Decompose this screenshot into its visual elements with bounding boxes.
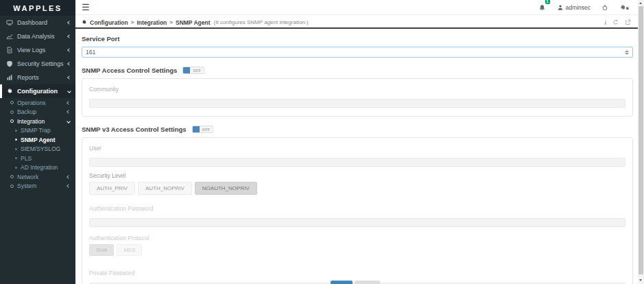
circle-icon	[10, 119, 14, 123]
chevron-left-icon	[67, 62, 71, 66]
external-link-icon[interactable]	[625, 19, 631, 25]
user-icon	[557, 4, 564, 11]
sidebar-item-label: Operations	[17, 99, 46, 106]
service-port-label: Service Port	[82, 35, 633, 43]
user-label: User	[89, 145, 625, 152]
shield-icon	[6, 60, 13, 67]
sidebar-item-ad-integration[interactable]: AD Integration	[0, 163, 75, 173]
settings-button[interactable]	[619, 3, 630, 11]
snmp-access-heading: SNMP Access Control Settings	[82, 67, 177, 74]
main-area: ☰ 1 adminsec Configuration > Integration…	[75, 0, 638, 284]
sidebar-item-label: Security Settings	[17, 60, 64, 67]
notifications-button[interactable]: 1	[538, 1, 546, 14]
sidebar-item-label: Data Analysis	[17, 33, 55, 40]
chevron-left-icon	[67, 110, 71, 114]
dot-icon	[15, 157, 17, 159]
gear-icon	[625, 6, 630, 11]
bell-icon	[538, 4, 546, 12]
security-level-auth-nopriv-button[interactable]: AUTH_NOPRIV	[138, 182, 192, 195]
document-icon	[6, 47, 13, 54]
snmp-v3-toggle[interactable]: OFF	[192, 126, 214, 133]
sidebar-item-snmp-agent[interactable]: SNMP Agent	[0, 135, 75, 145]
sidebar-item-snmp-trap[interactable]: SNMP Trap	[0, 126, 75, 136]
community-label: Community	[89, 86, 625, 93]
dot-icon	[15, 167, 17, 169]
line-chart-icon	[6, 33, 13, 40]
sidebar-item-system[interactable]: System	[0, 182, 75, 191]
security-level-label: Security Level	[89, 172, 625, 179]
sidebar: WAPPLES Dashboard Data Analysis View Log…	[0, 0, 75, 284]
security-level-noauth-nopriv-button[interactable]: NOAUTH_NOPRIV	[195, 182, 257, 195]
auth-protocol-sha-button: SHA	[89, 244, 114, 256]
bar-chart-icon	[6, 74, 13, 81]
scrollbar-thumb[interactable]	[639, 6, 643, 274]
auth-protocol-md5-button: MD5	[117, 244, 142, 256]
snmp-v3-panel: User Security Level AUTH_PRIV AUTH_NOPRI…	[82, 137, 633, 284]
scroll-down-icon[interactable]	[639, 279, 642, 281]
snmp-access-panel: Community	[82, 78, 633, 117]
configuration-submenu: Operations Backup Integration SNMP Trap …	[0, 98, 75, 191]
user-input	[89, 158, 625, 167]
cancel-button[interactable]	[355, 281, 380, 284]
community-input	[89, 99, 625, 108]
notification-badge: 1	[545, 0, 550, 4]
stepper-down-icon[interactable]	[625, 53, 629, 55]
form-actions	[331, 281, 380, 284]
service-port-field	[82, 47, 633, 58]
sidebar-item-backup[interactable]: Backup	[0, 108, 75, 117]
gear-icon	[81, 19, 87, 25]
breadcrumb: Configuration > Integration > SNMP Agent…	[75, 17, 638, 29]
toggle-knob	[183, 67, 190, 73]
chevron-down-icon	[67, 89, 71, 93]
sidebar-item-label: Backup	[17, 108, 36, 115]
hamburger-menu-icon[interactable]: ☰	[78, 3, 93, 12]
sidebar-item-security-settings[interactable]: Security Settings	[0, 57, 75, 71]
power-button[interactable]	[601, 1, 608, 14]
chevron-left-icon	[67, 34, 71, 38]
breadcrumb-item[interactable]: Configuration	[90, 19, 128, 26]
chevron-left-icon	[67, 184, 71, 188]
sidebar-item-network[interactable]: Network	[0, 172, 75, 182]
sidebar-item-operations[interactable]: Operations	[0, 98, 75, 108]
sidebar-item-pls[interactable]: PLS	[0, 154, 75, 163]
info-icon[interactable]: i	[604, 19, 606, 26]
sidebar-item-data-analysis[interactable]: Data Analysis	[0, 29, 75, 43]
scroll-up-icon[interactable]	[639, 2, 642, 4]
chevron-left-icon	[67, 101, 71, 105]
breadcrumb-item[interactable]: Integration	[136, 19, 167, 26]
toggle-state-label: OFF	[190, 67, 204, 73]
sidebar-item-label: SIEM/SYSLOG	[21, 145, 60, 152]
user-menu[interactable]: adminsec	[557, 4, 591, 11]
sidebar-item-label: AD Integration	[21, 164, 58, 171]
circle-icon	[10, 175, 14, 178]
sidebar-item-label: SNMP Trap	[21, 127, 51, 134]
stepper-up-icon[interactable]	[625, 50, 629, 52]
refresh-icon[interactable]	[612, 19, 619, 25]
breadcrumb-item[interactable]: SNMP Agent	[176, 19, 211, 26]
apply-button[interactable]	[331, 281, 353, 284]
sidebar-item-dashboard[interactable]: Dashboard	[0, 16, 75, 29]
sidebar-item-label: PLS	[21, 155, 32, 162]
sidebar-item-reports[interactable]: Reports	[0, 71, 75, 84]
number-stepper[interactable]	[625, 50, 629, 55]
vertical-scrollbar[interactable]	[638, 0, 644, 284]
sidebar-item-label: Network	[17, 174, 38, 180]
sidebar-item-label: Dashboard	[17, 19, 47, 26]
sidebar-item-siem-syslog[interactable]: SIEM/SYSLOG	[0, 145, 75, 154]
snmp-access-toggle[interactable]: OFF	[182, 67, 204, 74]
sidebar-item-view-logs[interactable]: View Logs	[0, 43, 75, 57]
sidebar-item-label: System	[17, 182, 36, 189]
breadcrumb-separator: >	[169, 19, 173, 25]
gear-icon	[6, 88, 13, 95]
chevron-left-icon	[67, 175, 71, 179]
sidebar-item-configuration[interactable]: Configuration	[0, 84, 75, 98]
service-port-input[interactable]	[86, 49, 625, 56]
chevron-down-icon	[67, 119, 71, 123]
chevron-left-icon	[67, 48, 71, 52]
priv-password-label: Private Password	[89, 270, 625, 276]
sidebar-item-integration[interactable]: Integration	[0, 117, 75, 126]
sidebar-item-label: View Logs	[17, 47, 45, 54]
monitor-icon	[6, 19, 13, 26]
username: adminsec	[566, 4, 591, 11]
security-level-auth-priv-button[interactable]: AUTH_PRIV	[89, 182, 135, 195]
